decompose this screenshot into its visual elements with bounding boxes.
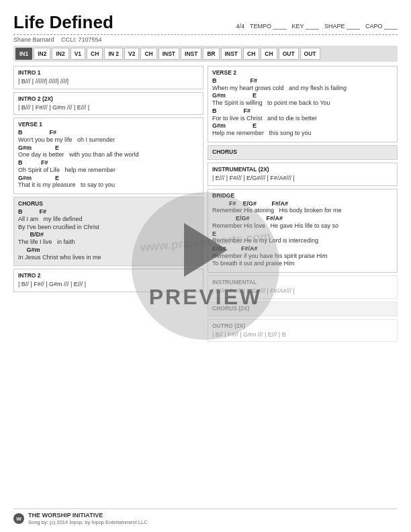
nav-btn-in2c[interactable]: IN 2 bbox=[104, 48, 123, 60]
col-right: VERSE 2 B F# When my heart grows cold an… bbox=[208, 66, 398, 505]
intro1-section: INTRO 1 | B/// | //////| /////| ////| bbox=[13, 66, 203, 89]
nav-btn-out1[interactable]: OUT bbox=[279, 48, 299, 60]
instrumental-label: INSTRUMENTAL (2X) bbox=[212, 166, 393, 173]
chorus-right-section: CHORUS bbox=[208, 145, 398, 160]
outro-line: | B// | F#// | G#m /// | E/// | B bbox=[212, 330, 393, 339]
verse2-section: VERSE 2 B F# When my heart grows cold an… bbox=[208, 66, 398, 142]
col-left: INTRO 1 | B/// | //////| /////| ////| IN… bbox=[13, 66, 203, 505]
instrumental2-line: | E/// | F#/// | E/G#/// | F#/A#/// | bbox=[212, 287, 393, 296]
nav-btn-ch3[interactable]: CH bbox=[243, 48, 259, 60]
key-label: KEY ____ bbox=[292, 23, 319, 30]
nav-btn-in1[interactable]: IN1 bbox=[15, 48, 32, 60]
nav-btn-v1[interactable]: V1 bbox=[71, 48, 85, 60]
instrumental-section: INSTRUMENTAL (2X) | E/// | F#/// | E/G#/… bbox=[208, 163, 398, 186]
nav-btn-ch1[interactable]: CH bbox=[87, 48, 103, 60]
chorus-left-block: B F# All I am my life defined By I've be… bbox=[18, 208, 199, 261]
capo-label: CAPO ____ bbox=[365, 23, 398, 30]
intro2-section: INTRO 2 (2X) | B/// | F#/// | G#m /// | … bbox=[13, 92, 203, 116]
nav-btn-br[interactable]: BR bbox=[203, 48, 219, 60]
time-sig: 4/4 bbox=[236, 23, 244, 30]
nav-btn-v2[interactable]: V2 bbox=[124, 48, 139, 60]
intro1-line: | B/// | //////| /////| ////| bbox=[18, 77, 199, 86]
outro-label: OUTRO (2X) bbox=[212, 322, 393, 329]
nav-btn-in2b[interactable]: IN2 bbox=[52, 48, 68, 60]
song-title: Life Defined bbox=[13, 12, 113, 33]
intro2-label: INTRO 2 (2X) bbox=[18, 95, 199, 102]
author-line: Shane Barnard CCLI: 7107554 bbox=[13, 36, 398, 43]
outro-section: OUTRO (2X) | B// | F#// | G#m /// | E///… bbox=[208, 319, 398, 343]
intro2-line: | B/// | F#/// | G#m /// | E/// | bbox=[18, 103, 199, 112]
verse1-block: B F# Won't you be my life oh I surrender… bbox=[18, 129, 199, 189]
nav-btn-inst1[interactable]: INST bbox=[158, 48, 179, 60]
title-divider bbox=[13, 34, 398, 35]
bridge-section: BRIDGE F# E/G# F#/A# Remember His atonin… bbox=[208, 189, 398, 273]
nav-btn-inst2[interactable]: INST bbox=[181, 48, 201, 60]
nav-btn-ch2[interactable]: CH bbox=[140, 48, 156, 60]
verse1-section: VERSE 1 B F# Won't you be my life oh I s… bbox=[13, 118, 203, 194]
org-logo: W bbox=[13, 513, 24, 524]
nav-btn-ch4[interactable]: CH bbox=[261, 48, 277, 60]
footer-copyright: Song by: (c) 2014 Inpop. by Inpop Entert… bbox=[28, 519, 148, 525]
instrumental2-label: INSTRUMENTAL bbox=[212, 279, 393, 285]
footer: W THE WORSHIP INITIATIVE Song by: (c) 20… bbox=[13, 508, 398, 525]
verse2-block: B F# When my heart grows cold and my fle… bbox=[212, 77, 393, 138]
intro3-label: INTRO 2 bbox=[18, 272, 199, 279]
author: Shane Barnard bbox=[13, 36, 54, 43]
verse2-label: VERSE 2 bbox=[212, 69, 393, 76]
page: Life Defined 4/4 TEMPO ____ KEY ____ SHA… bbox=[0, 0, 411, 532]
content-columns: INTRO 1 | B/// | //////| /////| ////| IN… bbox=[13, 66, 398, 505]
intro3-line: | B// | F#// | G#m /// | E/// | bbox=[18, 280, 199, 289]
bridge-block: F# E/G# F#/A# Remember His atoning His b… bbox=[212, 200, 393, 269]
chorus2x-label: CHORUS (2X) bbox=[212, 305, 393, 312]
footer-info: THE WORSHIP INITIATIVE Song by: (c) 2014… bbox=[28, 512, 148, 525]
nav-btn-in2a[interactable]: IN2 bbox=[34, 48, 50, 60]
chorus-left-section: CHORUS B F# All I am my life defined By … bbox=[13, 197, 203, 266]
org-name: THE WORSHIP INITIATIVE bbox=[28, 512, 148, 519]
intro1-label: INTRO 1 bbox=[18, 69, 199, 76]
chorus2x-section: CHORUS (2X) bbox=[208, 302, 398, 316]
verse1-label: VERSE 1 bbox=[18, 121, 199, 128]
meta-right: 4/4 TEMPO ____ KEY ____ SHAPE ____ CAPO … bbox=[236, 23, 398, 30]
nav-btn-inst3[interactable]: INST bbox=[221, 48, 242, 60]
instrumental2-section: INSTRUMENTAL | E/// | F#/// | E/G#/// | … bbox=[208, 275, 398, 299]
instrumental-line: | E/// | F#/// | E/G#/// | F#/A#/// | bbox=[212, 174, 393, 183]
bridge-label: BRIDGE bbox=[212, 192, 393, 199]
shape-label: SHAPE ____ bbox=[324, 23, 360, 30]
chorus-left-label: CHORUS bbox=[18, 200, 199, 207]
chorus-right-label: CHORUS bbox=[212, 148, 393, 155]
title-row: Life Defined 4/4 TEMPO ____ KEY ____ SHA… bbox=[13, 12, 398, 33]
nav-btn-out2[interactable]: OUT bbox=[300, 48, 320, 60]
tempo-label: TEMPO ____ bbox=[250, 23, 287, 30]
intro3-section: INTRO 2 | B// | F#// | G#m /// | E/// | bbox=[13, 269, 203, 292]
ccli: CCLI: 7107554 bbox=[61, 36, 102, 43]
nav-bar: IN1 IN2 IN2 V1 CH IN 2 V2 CH INST INST B… bbox=[13, 46, 398, 62]
